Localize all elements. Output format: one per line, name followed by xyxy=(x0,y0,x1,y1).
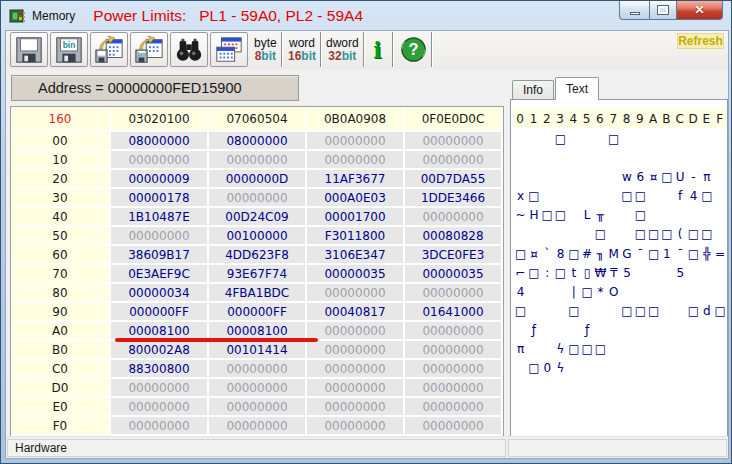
save-button[interactable] xyxy=(10,32,48,67)
text-char-cell: t xyxy=(567,264,580,283)
text-char-cell xyxy=(634,321,647,340)
status-text: Hardware xyxy=(8,441,67,455)
hex-cell[interactable]: 00000000 xyxy=(209,151,307,170)
refresh-button[interactable]: Refresh xyxy=(677,33,724,49)
hex-cell[interactable]: 11AF3677 xyxy=(307,170,405,189)
text-char-cell xyxy=(647,264,660,283)
maximize-button[interactable] xyxy=(649,1,677,20)
hex-cell[interactable]: 00000034 xyxy=(111,284,209,303)
compare-windows-button[interactable] xyxy=(210,32,248,67)
hex-cell[interactable]: 00000035 xyxy=(405,265,503,284)
hex-cell[interactable]: 00080828 xyxy=(405,227,503,246)
save-binary-button[interactable]: bin xyxy=(50,32,88,67)
text-char-cell: ¤ xyxy=(527,245,540,264)
text-row-10: ƒ ƒ xyxy=(514,321,727,340)
hex-cell[interactable]: 4FBA1BDC xyxy=(209,284,307,303)
hex-cell[interactable]: 00040817 xyxy=(307,303,405,322)
tab-text[interactable]: Text xyxy=(555,77,599,100)
hex-cell[interactable]: 00000000 xyxy=(111,398,209,417)
text-char-cell: □ xyxy=(580,340,593,359)
hex-cell[interactable]: 0000000D xyxy=(209,170,307,189)
help-button[interactable]: ? xyxy=(396,32,432,67)
text-char-cell xyxy=(620,225,633,244)
hex-cell[interactable]: 00101414 xyxy=(209,341,307,360)
text-char-cell xyxy=(687,321,700,340)
hex-cell[interactable]: 000000FF xyxy=(111,303,209,322)
hex-cell[interactable]: 08000000 xyxy=(209,132,307,151)
word-16bit-button[interactable]: word 16bit xyxy=(284,32,321,67)
hex-cell[interactable]: 00000000 xyxy=(307,360,405,379)
hex-cell[interactable]: 88300800 xyxy=(111,360,209,379)
hex-cell[interactable]: 01641000 xyxy=(405,303,503,322)
hex-cell[interactable]: 00000000 xyxy=(405,284,503,303)
hex-cell[interactable]: 00000000 xyxy=(111,379,209,398)
hex-cell[interactable]: 00000000 xyxy=(111,227,209,246)
text-char-cell: □ xyxy=(554,206,567,225)
hex-cell[interactable]: 0E3AEF9C xyxy=(111,265,209,284)
close-button[interactable]: ✕ xyxy=(677,1,723,20)
export-binary-to-grid-button[interactable]: bin xyxy=(130,32,168,67)
hex-cell[interactable]: 00000000 xyxy=(307,132,405,151)
hex-cell[interactable]: 00000000 xyxy=(405,417,503,436)
text-char-cell xyxy=(620,283,633,302)
hex-cell[interactable]: 4DD623F8 xyxy=(209,246,307,265)
text-char-cell xyxy=(620,321,633,340)
hex-cell[interactable]: 1DDE3466 xyxy=(405,189,503,208)
text-char-cell xyxy=(687,340,700,359)
hex-cell[interactable]: 00000000 xyxy=(405,379,503,398)
hex-cell[interactable]: 00000000 xyxy=(209,417,307,436)
hex-cell[interactable]: 00000000 xyxy=(405,398,503,417)
tab-info[interactable]: Info xyxy=(512,80,554,100)
text-char-cell xyxy=(554,225,567,244)
text-char-cell xyxy=(607,397,620,416)
hex-cell[interactable]: 00000178 xyxy=(111,189,209,208)
hex-cell[interactable]: 00000000 xyxy=(405,151,503,170)
text-panel-header: 0123456789ABCDEF xyxy=(514,109,727,128)
hex-row-20: 20000000090000000D11AF367700D7DA55 xyxy=(11,170,503,189)
info-button[interactable]: i xyxy=(363,32,393,67)
hex-cell[interactable]: 1B10487E xyxy=(111,208,209,227)
hex-cell[interactable]: 00D24C09 xyxy=(209,208,307,227)
hex-cell[interactable]: 00000000 xyxy=(405,132,503,151)
hex-cell[interactable]: 93E67F74 xyxy=(209,265,307,284)
minimize-button[interactable] xyxy=(619,1,649,20)
hex-cell[interactable]: 000000FF xyxy=(209,303,307,322)
hex-cell[interactable]: 00000000 xyxy=(209,379,307,398)
hex-cell[interactable]: 00000000 xyxy=(209,189,307,208)
text-row-7: ⌐□:□t▯₩₸5 5 xyxy=(514,264,727,283)
hex-cell[interactable]: 38609B17 xyxy=(111,246,209,265)
hex-cell[interactable]: 800002A8 xyxy=(111,341,209,360)
hex-cell[interactable]: 3106E347 xyxy=(307,246,405,265)
text-char-cell: □ xyxy=(567,340,580,359)
text-char-cell xyxy=(554,397,567,416)
hex-cell[interactable]: 00000000 xyxy=(405,341,503,360)
hex-cell[interactable]: 08000000 xyxy=(111,132,209,151)
hex-cell[interactable]: 00000000 xyxy=(405,360,503,379)
hex-cell[interactable]: 00000000 xyxy=(307,398,405,417)
hex-cell[interactable]: 00000000 xyxy=(209,398,307,417)
hex-cell[interactable]: 00000009 xyxy=(111,170,209,189)
hex-cell[interactable]: 00000000 xyxy=(405,322,503,341)
hex-cell[interactable]: F3011800 xyxy=(307,227,405,246)
hex-cell[interactable]: 00000000 xyxy=(111,417,209,436)
hex-cell[interactable]: 00D7DA55 xyxy=(405,170,503,189)
hex-cell[interactable]: 00000000 xyxy=(307,379,405,398)
hex-cell[interactable]: 000A0E03 xyxy=(307,189,405,208)
hex-cell[interactable]: 00000000 xyxy=(209,360,307,379)
hex-cell[interactable]: 00000000 xyxy=(307,341,405,360)
hex-cell[interactable]: 00000000 xyxy=(307,151,405,170)
hex-cell[interactable]: 00001700 xyxy=(307,208,405,227)
dword-32bit-button[interactable]: dword 32bit xyxy=(322,32,364,67)
find-button[interactable] xyxy=(170,32,208,67)
hex-cell[interactable]: 00000000 xyxy=(307,322,405,341)
hex-cell[interactable]: 00000000 xyxy=(111,151,209,170)
hex-cell[interactable]: 00000000 xyxy=(307,284,405,303)
hex-cell[interactable]: 00000035 xyxy=(307,265,405,284)
hex-cell[interactable]: 00000000 xyxy=(405,208,503,227)
text-char-cell xyxy=(647,149,660,168)
byte-8bit-button[interactable]: byte 8bit xyxy=(250,32,282,67)
hex-cell[interactable]: 3DCE0FE3 xyxy=(405,246,503,265)
export-to-grid-button[interactable] xyxy=(90,32,128,67)
hex-cell[interactable]: 00100000 xyxy=(209,227,307,246)
hex-cell[interactable]: 00000000 xyxy=(307,417,405,436)
